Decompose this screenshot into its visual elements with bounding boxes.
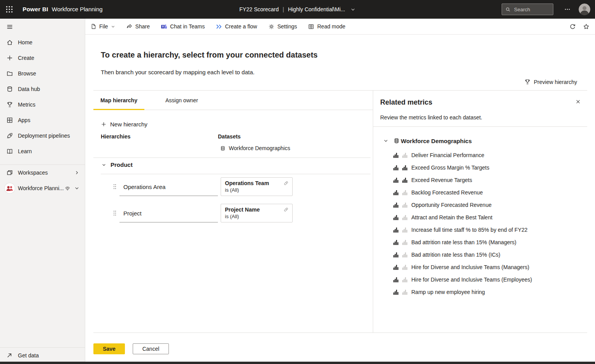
sidebar-item-label: Workspaces [18, 170, 48, 176]
toolbar-settings-button[interactable]: Settings [268, 23, 297, 30]
metrics-dataset-name: Workforce Demographics [401, 138, 472, 144]
toolbar-file-button[interactable]: File [90, 23, 115, 30]
arrow-up-right-icon [6, 352, 12, 359]
global-search-box[interactable] [502, 4, 553, 15]
sensitivity-label: Highly Confidential\Mi... [288, 6, 345, 12]
metric-row[interactable]: Deliver Financial Performance [373, 149, 587, 161]
submetric-chart-icon [402, 290, 407, 295]
divider [373, 126, 587, 127]
preview-hierarchy-button[interactable]: Preview hierarchy [524, 79, 577, 85]
chevron-down-icon[interactable] [383, 138, 388, 144]
toolbar-read-mode-button[interactable]: Read mode [308, 23, 345, 30]
related-metrics-panel: Related metrics Review the metrics linke… [373, 91, 587, 332]
metric-chart-icon [393, 178, 398, 183]
toolbar-chat-in-teams-button[interactable]: Chat in Teams [161, 23, 205, 30]
hamburger-menu-icon[interactable] [6, 23, 13, 30]
search-input[interactable] [514, 7, 547, 12]
hierarchy-level-name[interactable]: Operations Area [123, 184, 165, 190]
sidebar-item-deployment-pipelines[interactable]: Deployment pipelines [0, 128, 85, 144]
sidebar-item-get-data[interactable]: Get data [0, 348, 85, 363]
more-options-icon[interactable] [563, 6, 572, 12]
sidebar-item-workspaces[interactable]: Workspaces [0, 165, 85, 180]
search-icon [505, 7, 511, 12]
sidebar-item-browse[interactable]: Browse [0, 66, 85, 81]
sidebar-item-label: Deployment pipelines [18, 133, 70, 139]
trophy-icon [524, 79, 531, 85]
refresh-icon[interactable] [569, 23, 576, 30]
tab-assign-owner[interactable]: Assign owner [158, 91, 205, 110]
metric-label: Exceed Gross Margin % Targets [411, 164, 490, 171]
main-content: File Share Chat in Teams Create a flow S… [85, 19, 595, 362]
hierarchy-group-header[interactable]: Product [102, 161, 133, 168]
toolbar-label: Settings [277, 23, 297, 30]
metric-label: Attract and Retain the Best Talent [411, 214, 492, 220]
close-icon[interactable] [575, 99, 581, 105]
mapped-field-card[interactable]: Operations Team is (All) [221, 177, 293, 196]
app-title: Workforce Planning [52, 6, 103, 12]
current-workspace-label: Workforce Planni... [18, 185, 64, 191]
submetric-chart-icon [402, 215, 407, 220]
preview-hierarchy-label: Preview hierarchy [534, 79, 577, 85]
mapped-field-name: Project Name [225, 206, 288, 213]
metric-row[interactable]: Attract and Retain the Best Talent [373, 211, 587, 224]
metric-row[interactable]: Exceed Gross Margin % Targets [373, 161, 587, 174]
title-separator: | [283, 6, 284, 12]
user-avatar[interactable] [579, 4, 590, 15]
hierarchy-level-name[interactable]: Project [123, 210, 142, 217]
sidebar-item-label: Metrics [18, 102, 35, 108]
hierarchy-editor-card: Map hierarchy Assign owner New hierarchy… [93, 90, 587, 333]
metric-row[interactable]: Opportunity Forecasted Revenue [373, 199, 587, 211]
toolbar-label: Read mode [317, 23, 345, 30]
metric-row[interactable]: Hire for Diverse and Inclusive Teams (Em… [373, 273, 587, 286]
submetric-chart-icon [402, 153, 407, 158]
toolbar-share-button[interactable]: Share [126, 23, 150, 30]
sidebar-item-metrics[interactable]: Metrics [0, 97, 85, 112]
submetric-chart-icon [402, 228, 407, 233]
metric-label: Bad attrition rate less than 15% (Manage… [411, 239, 516, 245]
sidebar-item-learn[interactable]: Learn [0, 144, 85, 159]
sidebar-item-data-hub[interactable]: Data hub [0, 81, 85, 97]
powerbi-brand[interactable]: Power BI [23, 6, 48, 12]
datasets-column-header: Datasets [218, 133, 240, 140]
workspaces-icon [6, 169, 13, 176]
level-input-underline [119, 222, 218, 222]
sidebar-nav: Home Create Browse Data hub Metrics Apps… [0, 35, 85, 159]
metric-row[interactable]: Backlog Forecasted Revenue [373, 186, 587, 199]
dataset-row[interactable]: Workforce Demographics [220, 145, 290, 151]
metric-row[interactable]: Hire for Diverse and Inclusive Teams (Ma… [373, 261, 587, 273]
new-hierarchy-label: New hierarchy [110, 121, 147, 128]
metric-row[interactable]: Bad attrition rate less than 15% (ICs) [373, 248, 587, 261]
panel-title: Related metrics [380, 98, 432, 107]
sidebar-item-home[interactable]: Home [0, 35, 85, 50]
metric-row[interactable]: Increase full time staff % to 85% by end… [373, 224, 587, 236]
toolbar-create-a-flow-button[interactable]: Create a flow [216, 23, 257, 30]
metric-label: Hire for Diverse and Inclusive Teams (Ma… [411, 264, 529, 270]
drag-handle-icon[interactable] [113, 210, 116, 216]
save-button[interactable]: Save [93, 343, 125, 354]
chevron-down-icon[interactable] [351, 7, 356, 12]
eraser-icon[interactable] [283, 180, 289, 186]
mapped-field-card[interactable]: Project Name is (All) [221, 204, 293, 222]
drag-handle-icon[interactable] [113, 184, 116, 189]
page-title: To create a hierarchy, select from your … [101, 51, 318, 60]
eraser-icon[interactable] [283, 207, 289, 212]
metric-row[interactable]: Bad attrition rate less than 15% (Manage… [373, 236, 587, 248]
favorite-star-icon[interactable] [583, 23, 590, 30]
toolbar-label: Chat in Teams [170, 23, 205, 30]
document-title-group[interactable]: FY22 Scorecard | Highly Confidential\Mi.… [239, 0, 356, 19]
folder-icon [6, 70, 13, 77]
sidebar-item-apps[interactable]: Apps [0, 112, 85, 128]
workspace-avatar [5, 183, 15, 193]
hierarchy-row: Project Project Name is (All) [93, 204, 373, 222]
sidebar-item-label: Apps [18, 117, 30, 123]
cancel-button[interactable]: Cancel [133, 343, 169, 354]
sidebar-item-create[interactable]: Create [0, 50, 85, 66]
metric-row[interactable]: Ramp up new employee hiring [373, 286, 587, 298]
waffle-menu-icon[interactable] [5, 5, 14, 14]
tab-map-hierarchy[interactable]: Map hierarchy [93, 91, 144, 110]
submetric-chart-icon [402, 178, 407, 183]
sidebar-item-current-workspace[interactable]: Workforce Planni... [0, 180, 85, 196]
metric-label: Ramp up new employee hiring [411, 289, 485, 295]
new-hierarchy-button[interactable]: New hierarchy [101, 121, 147, 128]
metric-row[interactable]: Exceed Revenue Targets [373, 174, 587, 186]
